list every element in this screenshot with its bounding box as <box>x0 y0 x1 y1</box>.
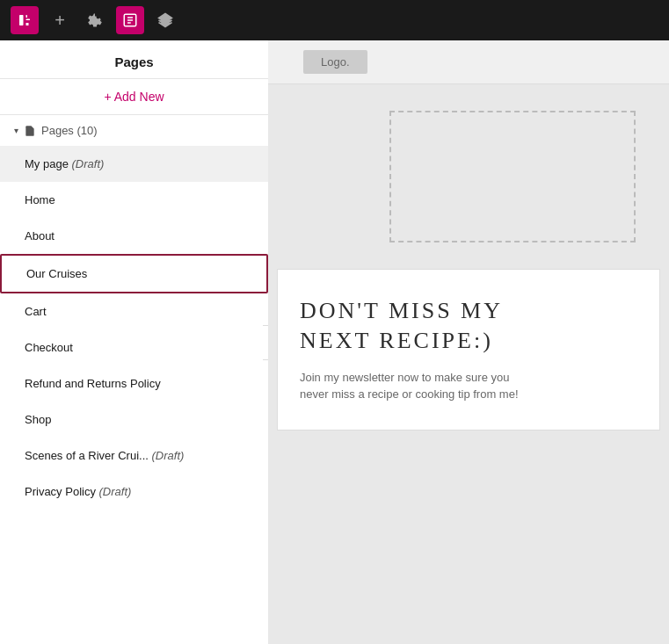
canvas-area: Logo. DON'T MISS MYNEXT RECIPE:) Join my… <box>268 40 669 644</box>
settings-button[interactable] <box>81 6 109 34</box>
page-item-shop[interactable]: Shop⋮ <box>0 402 268 438</box>
add-button[interactable]: + <box>46 6 74 34</box>
chevron-down-icon: ▾ <box>14 126 18 135</box>
toolbar: + <box>0 0 669 40</box>
pages-container: My page (Draft)⋮Home⋮About⋮Our Cruises⋮C… <box>0 146 268 510</box>
page-item-label: Checkout <box>25 341 233 354</box>
layers-button[interactable] <box>151 6 179 34</box>
newsletter-section: DON'T MISS MYNEXT RECIPE:) Join my newsl… <box>277 269 660 431</box>
svg-rect-2 <box>26 19 31 21</box>
page-item-scenes-of-a-river-crui...[interactable]: Scenes of a River Crui... (Draft)⋮ <box>0 438 268 474</box>
add-new-button[interactable]: + Add New <box>0 79 268 115</box>
sidebar: Pages + Add New ▾ Pages (10) My page (Dr… <box>0 40 268 644</box>
logo-bar: Logo. <box>268 40 669 84</box>
pages-group-header[interactable]: ▾ Pages (10) <box>0 115 268 146</box>
pages-button[interactable] <box>116 6 144 34</box>
page-item-privacy-policy[interactable]: Privacy Policy (Draft)⋮ <box>0 474 268 510</box>
svg-rect-1 <box>26 15 28 18</box>
page-item-label: My page (Draft) <box>25 157 233 170</box>
page-item-refund-and-returns-policy[interactable]: Refund and Returns Policy⋮ <box>0 365 268 402</box>
page-item-label: Home <box>25 193 233 206</box>
main-area: Pages + Add New ▾ Pages (10) My page (Dr… <box>0 40 669 644</box>
page-item-cart[interactable]: Cart⋮ <box>0 293 268 329</box>
page-item-home[interactable]: Home⋮ <box>0 182 268 218</box>
sidebar-collapse-button[interactable]: ‹ <box>263 325 268 360</box>
page-item-my-page[interactable]: My page (Draft)⋮ <box>0 146 268 182</box>
page-item-about[interactable]: About⋮ <box>0 218 268 254</box>
page-file-icon <box>24 125 36 137</box>
page-item-label: Our Cruises <box>26 267 231 280</box>
sidebar-title: Pages <box>0 40 268 79</box>
logo-placeholder: Logo. <box>303 50 367 74</box>
elementor-logo-button[interactable] <box>11 6 39 34</box>
page-item-checkout[interactable]: Checkout⋮ <box>0 329 268 365</box>
page-item-label: About <box>25 229 233 242</box>
page-item-label: Cart <box>25 305 233 318</box>
page-item-label: Shop <box>25 413 233 426</box>
page-item-label: Refund and Returns Policy <box>25 377 233 390</box>
newsletter-title: DON'T MISS MYNEXT RECIPE:) <box>300 296 637 356</box>
pages-count-label: Pages (10) <box>41 124 98 137</box>
page-item-label: Privacy Policy (Draft) <box>25 485 233 498</box>
page-item-label: Scenes of a River Crui... (Draft) <box>25 449 233 462</box>
svg-rect-3 <box>26 23 29 25</box>
pages-list: ▾ Pages (10) My page (Draft)⋮Home⋮About⋮… <box>0 115 268 644</box>
svg-rect-0 <box>19 15 24 25</box>
newsletter-subtitle: Join my newsletter now to make sure you … <box>300 369 520 403</box>
dashed-content-area <box>389 111 636 242</box>
page-item-our-cruises[interactable]: Our Cruises⋮ <box>0 254 268 293</box>
